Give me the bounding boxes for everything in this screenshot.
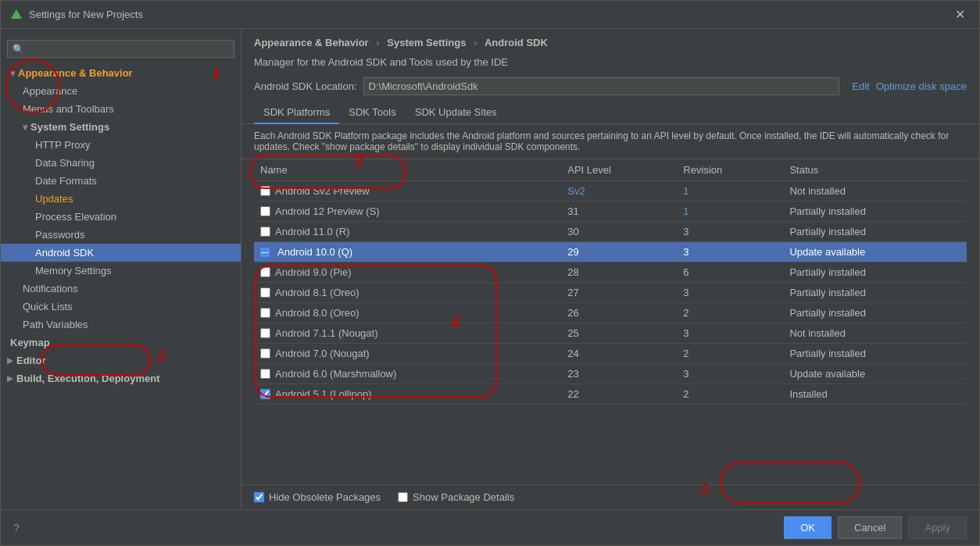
tab-sdk-update-sites[interactable]: SDK Update Sites (406, 102, 506, 124)
table-row[interactable]: —Android 10.0 (Q)293Update available (254, 242, 967, 262)
sidebar-item-http-proxy[interactable]: HTTP Proxy (1, 136, 241, 154)
apply-button[interactable]: Apply (908, 516, 967, 539)
cancel-button[interactable]: Cancel (838, 516, 902, 539)
sidebar-item-menus-toolbars[interactable]: Menus and Toolbars (1, 100, 241, 118)
cell-revision: 6 (677, 262, 783, 283)
svg-marker-0 (11, 9, 22, 19)
cell-status: Partially installed (783, 222, 967, 242)
cell-api: 26 (561, 303, 677, 323)
cell-revision: 3 (677, 242, 783, 262)
search-input[interactable] (27, 43, 229, 55)
breadcrumb-sep2: › (474, 37, 480, 48)
sidebar-section: Appearance & Behavior Appearance Menus a… (1, 64, 241, 387)
cell-api: 23 (561, 364, 677, 384)
sidebar-item-keymap[interactable]: Keymap (1, 334, 241, 352)
table-row[interactable]: Android 8.0 (Oreo)262Partially installed (254, 303, 967, 323)
help-icon[interactable]: ? (13, 522, 20, 534)
cell-revision: 1 (677, 202, 783, 222)
row-checkbox[interactable] (260, 267, 270, 277)
ok-button[interactable]: OK (784, 516, 832, 539)
sidebar-item-label: Passwords (35, 229, 85, 241)
row-name-label: Android 10.0 (Q) (277, 246, 352, 258)
optimize-link[interactable]: Optimize disk space (876, 80, 967, 92)
row-checkbox[interactable] (260, 206, 270, 216)
sidebar-item-label: HTTP Proxy (35, 139, 91, 151)
tab-sdk-platforms[interactable]: SDK Platforms (254, 102, 339, 124)
row-checkbox[interactable] (260, 348, 270, 359)
sdk-location-input[interactable] (363, 77, 840, 95)
sidebar-item-label: Data Sharing (35, 157, 95, 169)
row-checkbox[interactable] (260, 328, 270, 338)
row-name-label: Android 8.0 (Oreo) (275, 307, 359, 319)
sidebar-item-appearance[interactable]: Appearance (1, 82, 241, 100)
table-row[interactable]: Android 8.1 (Oreo)273Partially installed (254, 283, 967, 303)
hide-obsolete-checkbox[interactable] (254, 492, 264, 502)
sidebar-item-label: Appearance & Behavior (18, 67, 133, 79)
sidebar: 🔍 Appearance & Behavior Appearance Menus… (1, 29, 241, 509)
sidebar-item-label: Appearance (23, 85, 77, 97)
row-checkbox[interactable] (260, 186, 270, 196)
sidebar-item-quick-lists[interactable]: Quick Lists (1, 298, 241, 316)
show-details-label[interactable]: Show Package Details (413, 491, 514, 503)
table-row[interactable]: Android 11.0 (R)303Partially installed (254, 222, 967, 242)
sidebar-item-editor[interactable]: Editor (1, 352, 241, 369)
sidebar-item-label: Date Formats (35, 175, 97, 187)
sidebar-item-memory-settings[interactable]: Memory Settings (1, 262, 241, 280)
cell-revision: 2 (677, 344, 783, 364)
sidebar-item-data-sharing[interactable]: Data Sharing (1, 154, 241, 172)
row-name-label: Android 5.1 (Lollipop) (275, 388, 372, 400)
table-scroll[interactable]: Name API Level Revision Status Android S… (254, 159, 967, 405)
sidebar-item-process-elevation[interactable]: Process Elevation (1, 208, 241, 226)
table-row[interactable]: Android Sv2 PreviewSv21Not installed (254, 181, 967, 202)
cell-revision: 3 (677, 283, 783, 303)
sidebar-item-updates[interactable]: Updates (1, 190, 241, 208)
col-header-revision: Revision (677, 159, 783, 181)
table-row[interactable]: Android 9.0 (Pie)286Partially installed (254, 262, 967, 283)
cell-name: Android Sv2 Preview (254, 181, 561, 202)
cell-name: Android 11.0 (R) (254, 222, 561, 242)
tab-sdk-tools[interactable]: SDK Tools (339, 102, 405, 124)
cell-name: Android 12 Preview (S) (254, 202, 561, 222)
main-content: 🔍 Appearance & Behavior Appearance Menus… (1, 29, 979, 509)
sidebar-item-android-sdk[interactable]: Android SDK (1, 244, 241, 262)
search-box[interactable]: 🔍 (7, 40, 234, 58)
cell-revision: 3 (677, 222, 783, 242)
table-row[interactable]: Android 5.1 (Lollipop)222Installed (254, 384, 967, 405)
sidebar-item-label: Keymap (10, 337, 50, 348)
sidebar-item-date-formats[interactable]: Date Formats (1, 172, 241, 190)
row-checkbox[interactable] (260, 227, 270, 237)
row-checkbox[interactable] (260, 308, 270, 318)
cell-api: 31 (561, 202, 677, 222)
cell-name: Android 5.1 (Lollipop) (254, 384, 561, 405)
show-details-checkbox[interactable] (398, 492, 408, 502)
sidebar-item-notifications[interactable]: Notifications (1, 280, 241, 298)
table-row[interactable]: Android 7.0 (Nougat)242Partially install… (254, 344, 967, 364)
cell-revision: 3 (677, 364, 783, 384)
window-title: Settings for New Projects (29, 9, 950, 20)
sidebar-item-system-settings[interactable]: System Settings (1, 118, 241, 136)
sidebar-item-label: Editor (16, 355, 46, 366)
api-link[interactable]: Sv2 (567, 185, 585, 197)
sidebar-item-appearance-behavior[interactable]: Appearance & Behavior (1, 64, 241, 82)
cell-status: Installed (783, 384, 967, 405)
close-button[interactable]: ✕ (950, 5, 970, 23)
edit-link[interactable]: Edit (852, 80, 869, 92)
revision-link[interactable]: 1 (683, 205, 689, 217)
cell-status: Not installed (783, 181, 967, 202)
revision-link[interactable]: 1 (683, 185, 689, 197)
cell-name: Android 8.0 (Oreo) (254, 303, 561, 323)
table-row[interactable]: Android 6.0 (Marshmallow)233Update avail… (254, 364, 967, 384)
sidebar-item-passwords[interactable]: Passwords (1, 226, 241, 244)
row-checkbox[interactable] (260, 369, 270, 379)
sidebar-item-path-variables[interactable]: Path Variables (1, 316, 241, 334)
table-row[interactable]: Android 7.1.1 (Nougat)253Not installed (254, 323, 967, 344)
breadcrumb-sep1: › (376, 37, 382, 48)
sidebar-item-build-execution[interactable]: Build, Execution, Deployment (1, 369, 241, 387)
row-checkbox[interactable] (260, 389, 270, 399)
cell-api: 27 (561, 283, 677, 303)
hide-obsolete-label[interactable]: Hide Obsolete Packages (269, 491, 381, 503)
row-checkbox[interactable] (260, 287, 270, 298)
sdk-table: Name API Level Revision Status Android S… (254, 159, 967, 405)
table-row[interactable]: Android 12 Preview (S)311Partially insta… (254, 202, 967, 222)
cell-name: Android 6.0 (Marshmallow) (254, 364, 561, 384)
